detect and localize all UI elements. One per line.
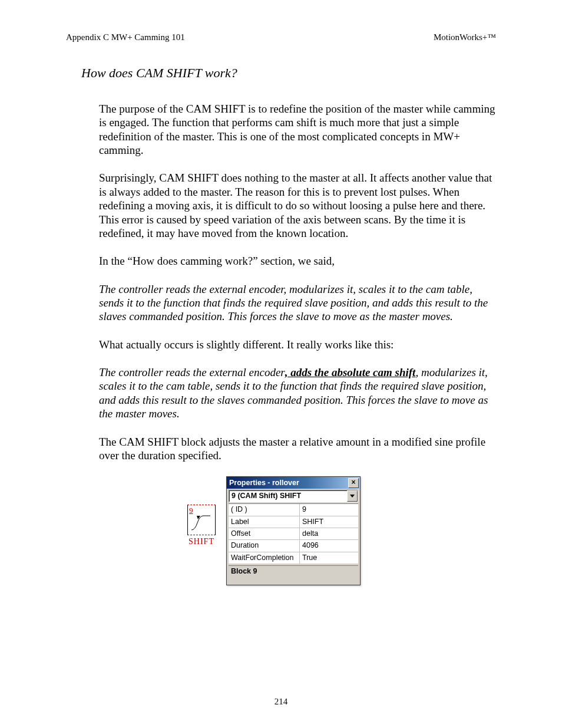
shift-block-icon: 9 SHIFT: [187, 505, 216, 546]
properties-combo-row: 9 (CAM Shift) SHIFT: [227, 489, 360, 503]
text-span: The controller reads the external encode…: [99, 366, 285, 378]
sine-curve-icon: [190, 512, 213, 532]
paragraph-italic: The controller reads the external encode…: [99, 365, 497, 420]
section-title: How does CAM SHIFT work?: [81, 65, 497, 81]
paragraph: The purpose of the CAM SHIFT is to redef…: [99, 102, 497, 157]
header-left: Appendix C MW+ Camming 101: [66, 32, 185, 42]
header-right: MotionWorks+™: [434, 32, 496, 42]
property-row[interactable]: Label SHIFT: [229, 516, 358, 528]
property-key: Offset: [229, 528, 300, 539]
page-content: How does CAM SHIFT work? The purpose of …: [81, 65, 497, 585]
property-row[interactable]: ( ID ) 9: [229, 504, 358, 516]
paragraph: In the “How does camming work?” section,…: [99, 254, 497, 268]
close-icon[interactable]: ×: [348, 478, 359, 488]
property-key: WaitForCompletion: [229, 552, 300, 564]
property-key: Label: [229, 516, 300, 528]
page-number: 214: [0, 697, 562, 707]
body-text: The purpose of the CAM SHIFT is to redef…: [99, 102, 497, 462]
property-value[interactable]: 4096: [300, 540, 358, 551]
chevron-down-icon[interactable]: [347, 490, 358, 502]
shift-block-label: SHIFT: [187, 536, 216, 546]
property-value[interactable]: True: [300, 552, 358, 564]
properties-footer: Block 9: [229, 565, 358, 585]
emphasis-bold-underline: , adds the absolute cam shift: [285, 366, 416, 378]
paragraph: What actually occurs is slightly differe…: [99, 338, 497, 351]
property-value[interactable]: SHIFT: [300, 516, 358, 528]
property-row[interactable]: Offset delta: [229, 528, 358, 540]
paragraph: Surprisingly, CAM SHIFT does nothing to …: [99, 171, 497, 240]
property-row[interactable]: Duration 4096: [229, 540, 358, 552]
property-value[interactable]: delta: [300, 528, 358, 539]
page-header: Appendix C MW+ Camming 101 MotionWorks+™: [66, 32, 496, 42]
properties-window: Properties - rollover × 9 (CAM Shift) SH…: [226, 476, 361, 585]
property-value[interactable]: 9: [300, 504, 358, 515]
property-key: ( ID ): [229, 504, 300, 515]
paragraph: The CAM SHIFT block adjusts the master a…: [99, 435, 497, 463]
paragraph-italic: The controller reads the external encode…: [99, 282, 497, 324]
property-key: Duration: [229, 540, 300, 551]
properties-combo[interactable]: 9 (CAM Shift) SHIFT: [229, 490, 358, 502]
property-row[interactable]: WaitForCompletion True: [229, 552, 358, 564]
properties-title: Properties - rollover: [229, 479, 299, 487]
properties-table: ( ID ) 9 Label SHIFT Offset delta Durati…: [229, 503, 358, 564]
figure-row: 9 SHIFT Properties - rollover × 9 (CAM S…: [187, 476, 497, 585]
properties-titlebar: Properties - rollover ×: [227, 477, 360, 489]
properties-combo-value: 9 (CAM Shift) SHIFT: [232, 492, 301, 500]
